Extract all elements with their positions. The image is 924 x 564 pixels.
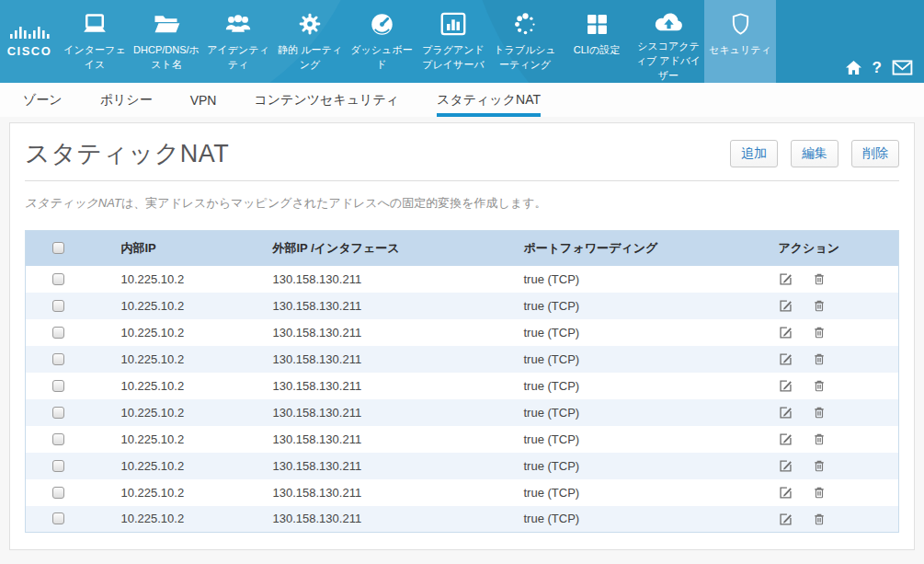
description-emphasis: スタティックNAT (25, 196, 121, 210)
edit-icon[interactable] (779, 379, 793, 393)
add-button[interactable]: 追加 (730, 140, 778, 167)
nav-item-label: プラグアンドプレイサーバ (419, 42, 487, 72)
trash-icon[interactable] (813, 352, 826, 366)
trash-icon[interactable] (813, 272, 826, 286)
panel-header: スタティックNAT 追加 編集 削除 (25, 123, 899, 180)
table-row: 10.225.10.2 130.158.130.211 true (TCP) (26, 453, 899, 479)
tab-content-security[interactable]: コンテンツセキュリティ (254, 83, 399, 117)
nav-menu: インターフェイス DHCP/DNS/ホスト名 (59, 0, 776, 83)
trash-icon[interactable] (813, 406, 826, 420)
cell-port-forwarding: true (TCP) (524, 293, 779, 319)
trash-icon[interactable] (813, 379, 826, 393)
table-body: 10.225.10.2 130.158.130.211 true (TCP) (26, 266, 899, 533)
folder-icon (153, 8, 180, 40)
tab-zones[interactable]: ゾーン (23, 83, 63, 117)
cell-actions (779, 266, 899, 293)
nav-item-cli-config[interactable]: CLIの設定 (561, 0, 633, 83)
nav-item-static-routing[interactable]: 静的 ルーティング (274, 0, 346, 83)
tab-bar: ゾーン ポリシー VPN コンテンツセキュリティ スタティックNAT (0, 83, 924, 117)
tab-static-nat[interactable]: スタティックNAT (437, 83, 541, 117)
cell-port-forwarding: true (TCP) (524, 373, 779, 399)
cell-actions (779, 399, 899, 426)
cell-internal-ip: 10.225.10.2 (121, 373, 273, 399)
delete-button[interactable]: 削除 (851, 140, 899, 167)
help-icon[interactable]: ? (873, 60, 882, 75)
edit-icon[interactable] (779, 512, 793, 526)
trash-icon[interactable] (813, 432, 826, 446)
row-checkbox[interactable] (52, 512, 64, 524)
trash-icon[interactable] (813, 299, 826, 313)
spinner-icon (513, 8, 538, 40)
nav-utility: ? (845, 60, 913, 75)
row-checkbox[interactable] (52, 353, 64, 365)
cell-actions (779, 346, 899, 373)
row-checkbox[interactable] (52, 487, 64, 499)
cell-actions (779, 453, 899, 479)
mail-icon[interactable] (892, 60, 913, 75)
cisco-logo[interactable]: CISCO (0, 0, 59, 83)
row-select-cell (26, 373, 121, 399)
edit-icon[interactable] (779, 326, 793, 340)
app-window: CISCO インターフェイス DHC (0, 0, 924, 558)
cell-port-forwarding: true (TCP) (524, 426, 779, 453)
nav-item-label: 静的 ルーティング (276, 42, 344, 72)
select-all-checkbox[interactable] (52, 242, 64, 254)
cisco-logo-text: CISCO (7, 44, 52, 58)
nav-item-dhcp-dns-hostname[interactable]: DHCP/DNS/ホスト名 (131, 0, 202, 83)
column-internal-ip: 内部IP (121, 231, 273, 266)
cell-port-forwarding: true (TCP) (524, 319, 779, 346)
edit-icon[interactable] (779, 459, 793, 473)
nav-item-interfaces[interactable]: インターフェイス (59, 0, 131, 83)
tab-vpn[interactable]: VPN (190, 83, 217, 117)
edit-icon[interactable] (779, 272, 793, 286)
trash-icon[interactable] (813, 459, 826, 473)
row-checkbox[interactable] (52, 407, 64, 419)
tab-policies[interactable]: ポリシー (100, 83, 153, 117)
cell-external-ip: 130.158.130.211 (273, 453, 524, 479)
row-checkbox[interactable] (52, 380, 64, 392)
edit-icon[interactable] (779, 432, 793, 446)
trash-icon[interactable] (813, 326, 826, 340)
edit-icon[interactable] (779, 486, 793, 500)
nav-item-identity[interactable]: アイデンティティ (202, 0, 274, 83)
nav-item-security[interactable]: セキュリティ (704, 0, 776, 83)
main-content: スタティックNAT 追加 編集 削除 スタティックNATは、実アドレスからマッピ… (0, 117, 924, 558)
trash-icon[interactable] (813, 512, 826, 526)
cell-actions (779, 506, 899, 533)
edit-icon[interactable] (779, 299, 793, 313)
cell-external-ip: 130.158.130.211 (273, 399, 524, 426)
bar-chart-icon (440, 8, 466, 40)
edit-button[interactable]: 編集 (791, 140, 838, 167)
nav-item-dashboard[interactable]: ダッシュボード (346, 0, 417, 83)
edit-icon[interactable] (779, 406, 793, 420)
cell-external-ip: 130.158.130.211 (273, 479, 524, 506)
cell-internal-ip: 10.225.10.2 (121, 319, 273, 346)
nav-item-label: セキュリティ (709, 42, 771, 57)
row-checkbox[interactable] (52, 273, 64, 285)
cell-internal-ip: 10.225.10.2 (121, 479, 273, 506)
cell-actions (779, 426, 899, 453)
edit-icon[interactable] (779, 352, 793, 366)
nav-item-plug-and-play-server[interactable]: プラグアンドプレイサーバ (417, 0, 489, 83)
row-checkbox[interactable] (52, 327, 64, 339)
nav-item-troubleshooting[interactable]: トラブルシューティング (489, 0, 561, 83)
table-row: 10.225.10.2 130.158.130.211 true (TCP) (26, 479, 899, 506)
description-text: は、実アドレスからマッピングされたアドレスへの固定的変換を作成します。 (121, 196, 547, 210)
header-divider (25, 180, 899, 181)
cell-internal-ip: 10.225.10.2 (121, 293, 273, 319)
row-select-cell (26, 346, 121, 373)
trash-icon[interactable] (813, 486, 826, 500)
row-checkbox[interactable] (52, 300, 64, 312)
row-checkbox[interactable] (52, 433, 64, 445)
row-select-cell (26, 399, 121, 426)
row-select-cell (26, 506, 121, 533)
table-row: 10.225.10.2 130.158.130.211 true (TCP) (26, 293, 899, 319)
cell-internal-ip: 10.225.10.2 (121, 266, 273, 293)
cell-port-forwarding: true (TCP) (524, 453, 779, 479)
nav-item-cisco-active-advisor[interactable]: シスコアクティブ アドバイザー (633, 0, 704, 83)
row-checkbox[interactable] (52, 460, 64, 472)
home-icon[interactable] (845, 60, 862, 75)
grid-icon (586, 8, 609, 40)
row-select-cell (26, 293, 121, 319)
nav-item-label: ダッシュボード (348, 42, 416, 72)
